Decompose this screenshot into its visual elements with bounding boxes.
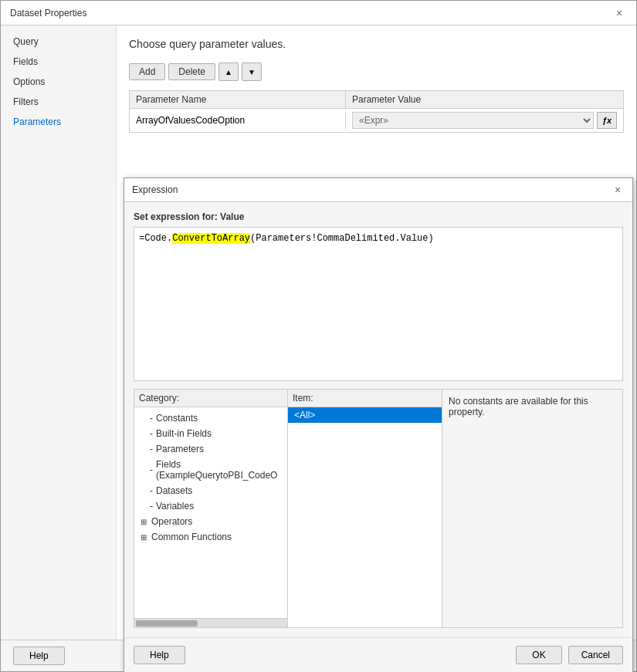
fx-button[interactable]: ƒx	[597, 112, 617, 129]
toolbar: Add Delete ▲ ▼	[129, 62, 624, 81]
sidebar-item-options[interactable]: Options	[1, 72, 116, 92]
category-label: Category:	[134, 390, 287, 407]
sidebar-item-query[interactable]: Query	[1, 32, 116, 52]
category-item-common-functions[interactable]: ⊞ Common Functions	[134, 529, 287, 545]
move-up-button[interactable]: ▲	[219, 62, 239, 81]
dataset-properties-window: Dataset Properties × Query Fields Option…	[0, 0, 637, 672]
description-panel: No constants are available for this prop…	[442, 389, 623, 628]
dash-icon-6: -	[150, 501, 153, 512]
expression-editor[interactable]: =Code.ConvertToArray(Parameters!CommaDel…	[134, 227, 623, 381]
dialog-close-button[interactable]: ×	[611, 183, 625, 197]
up-arrow-icon: ▲	[225, 68, 232, 76]
dash-icon-4: -	[150, 464, 153, 475]
dialog-body: Set expression for: Value =Code.ConvertT…	[124, 202, 632, 637]
help-button[interactable]: Help	[13, 647, 65, 665]
dash-icon-2: -	[150, 428, 153, 439]
down-arrow-icon: ▼	[248, 68, 256, 76]
category-item-variables[interactable]: - Variables	[134, 498, 287, 514]
expand-icon-operators: ⊞	[141, 518, 148, 526]
col-param-value-header: Parameter Value	[346, 91, 623, 108]
col-param-name-header: Parameter Name	[130, 91, 346, 108]
expression-highlighted: ConvertToArray	[172, 233, 250, 244]
category-list: - Constants - Built-in Fields - Paramete…	[134, 407, 287, 618]
title-bar: Dataset Properties ×	[1, 1, 636, 25]
horizontal-scrollbar[interactable]	[134, 618, 287, 627]
expression-prefix: =Code.	[139, 233, 172, 244]
dash-icon-5: -	[150, 485, 153, 496]
category-item-datasets[interactable]: - Datasets	[134, 483, 287, 498]
table-row: ArrayOfValuesCodeOption «Expr» ƒx	[130, 109, 623, 132]
table-header-row: Parameter Name Parameter Value	[130, 91, 623, 109]
param-value-select[interactable]: «Expr»	[352, 112, 594, 129]
category-panel: Category: - Constants - Built-in Fields	[134, 389, 288, 628]
window-title: Dataset Properties	[10, 8, 86, 19]
expression-dialog: Expression × Set expression for: Value =…	[124, 177, 633, 640]
set-expr-label: Set expression for: Value	[134, 211, 623, 222]
category-item-operators[interactable]: ⊞ Operators	[134, 514, 287, 529]
parameters-table: Parameter Name Parameter Value ArrayOfVa…	[129, 90, 624, 133]
dialog-title-bar: Expression ×	[124, 178, 632, 202]
move-down-button[interactable]: ▼	[242, 62, 262, 81]
scrollbar-thumb	[136, 620, 198, 626]
param-name-cell: ArrayOfValuesCodeOption	[130, 112, 346, 129]
category-item-constants[interactable]: - Constants	[134, 410, 287, 426]
category-item-parameters[interactable]: - Parameters	[134, 441, 287, 457]
category-item-fields[interactable]: - Fields (ExampleQuerytoPBI_CodeO	[134, 457, 287, 483]
sidebar-item-parameters[interactable]: Parameters	[1, 112, 116, 132]
expression-suffix: (Parameters!CommaDelimited.Value)	[250, 233, 434, 244]
item-list: <All>	[288, 407, 442, 627]
page-title: Choose query parameter values.	[129, 38, 624, 50]
dash-icon: -	[150, 413, 153, 424]
sidebar: Query Fields Options Filters Parameters	[1, 25, 117, 640]
item-label: Item:	[288, 390, 442, 407]
item-all[interactable]: <All>	[288, 407, 442, 423]
bottom-panels: Category: - Constants - Built-in Fields	[134, 389, 623, 628]
description-text: No constants are available for this prop…	[449, 396, 588, 417]
param-value-cell: «Expr» ƒx	[346, 109, 623, 132]
item-panel: Item: <All>	[288, 389, 442, 628]
add-button[interactable]: Add	[129, 63, 165, 80]
window-close-button[interactable]: ×	[612, 5, 627, 21]
expand-icon-common-functions: ⊞	[141, 533, 148, 542]
content-area: Choose query parameter values. Add Delet…	[117, 25, 636, 640]
delete-button[interactable]: Delete	[168, 63, 215, 80]
dialog-footer: Help OK Cancel	[124, 637, 632, 640]
main-content: Query Fields Options Filters Parameters …	[1, 25, 636, 640]
sidebar-item-filters[interactable]: Filters	[1, 92, 116, 112]
dash-icon-3: -	[150, 444, 153, 454]
dialog-title: Expression	[132, 184, 178, 195]
sidebar-item-fields[interactable]: Fields	[1, 52, 116, 72]
category-item-builtin-fields[interactable]: - Built-in Fields	[134, 426, 287, 441]
